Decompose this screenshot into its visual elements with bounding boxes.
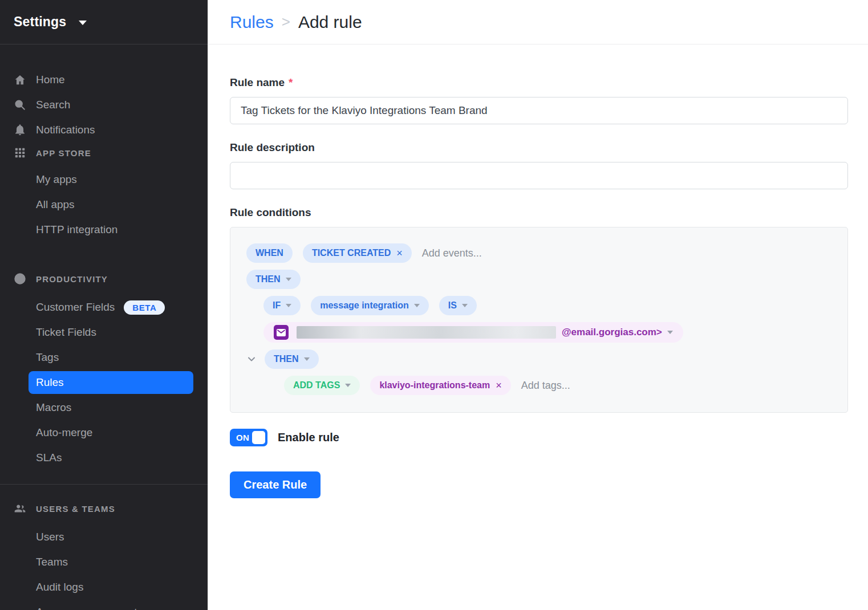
section-label: APP STORE <box>36 148 91 158</box>
add-tags-chip-label: ADD TAGS <box>293 380 340 391</box>
bell-icon <box>14 124 26 136</box>
collapse-chevron-icon[interactable] <box>246 354 257 364</box>
sidebar-item-label: Auto-merge <box>36 426 92 439</box>
if-dropdown[interactable]: IF <box>263 296 301 315</box>
sidebar-item-label: Customer Fields <box>36 301 115 314</box>
page-title: Add rule <box>298 13 362 32</box>
variable-chip-label: message integration <box>320 300 409 311</box>
then-chip-label: THEN <box>255 274 281 284</box>
section-label: USERS & TEAMS <box>36 504 115 514</box>
enable-rule-label: Enable rule <box>278 431 339 444</box>
sidebar-item-label: Notifications <box>36 124 95 136</box>
if-chip-label: IF <box>273 300 281 311</box>
toggle-state-label: ON <box>236 433 249 442</box>
sidebar-item-label: SLAs <box>36 452 62 464</box>
operator-dropdown[interactable]: IS <box>439 296 477 315</box>
remove-tag-icon[interactable]: × <box>496 380 502 392</box>
sidebar-item-rules[interactable]: Rules <box>29 371 193 394</box>
tag-chip-label: klaviyo-integrations-team <box>379 380 490 391</box>
sidebar-item-ticket-fields[interactable]: Ticket Fields <box>0 320 208 345</box>
sidebar-item-customer-fields[interactable]: Customer Fields BETA <box>0 295 208 320</box>
then-dropdown[interactable]: THEN <box>246 270 301 289</box>
email-value-dropdown[interactable]: @email.gorgias.com> <box>263 322 683 343</box>
main-header: Rules > Add rule <box>208 0 868 44</box>
sidebar-item-slas[interactable]: SLAs <box>0 445 208 470</box>
beta-badge: BETA <box>124 300 165 315</box>
breadcrumb-rules-link[interactable]: Rules <box>230 13 274 32</box>
enable-rule-toggle[interactable]: ON <box>230 429 267 446</box>
variable-dropdown[interactable]: message integration <box>311 296 429 315</box>
then-row: THEN <box>246 270 832 289</box>
add-events-input[interactable]: Add events... <box>422 247 482 259</box>
when-chip[interactable]: WHEN <box>246 243 293 263</box>
search-icon <box>14 99 26 111</box>
tag-chip-klaviyo-integrations-team[interactable]: klaviyo-integrations-team × <box>370 376 510 395</box>
sidebar-item-notifications[interactable]: Notifications <box>0 117 208 143</box>
caret-down-icon <box>286 304 291 307</box>
sidebar-item-all-apps[interactable]: All apps <box>0 192 208 217</box>
add-tags-row: ADD TAGS klaviyo-integrations-team × Add… <box>246 376 832 395</box>
rule-conditions-label-text: Rule conditions <box>230 206 311 219</box>
add-rule-form: Rule name * Rule description Rule condit… <box>208 44 868 498</box>
people-icon <box>14 502 26 515</box>
sidebar-item-teams[interactable]: Teams <box>0 550 208 575</box>
sidebar-item-macros[interactable]: Macros <box>0 395 208 420</box>
sidebar-item-my-apps[interactable]: My apps <box>0 167 208 192</box>
add-tags-input[interactable]: Add tags... <box>521 380 570 392</box>
when-row: WHEN TICKET CREATED × Add events... <box>246 243 832 263</box>
settings-sidebar: Settings Home Search Notifications A <box>0 0 208 610</box>
toggle-knob <box>252 431 265 444</box>
grid-icon <box>14 147 26 159</box>
remove-event-icon[interactable]: × <box>396 247 403 259</box>
sidebar-item-label: Users <box>36 531 64 543</box>
caret-down-icon <box>667 331 673 334</box>
sidebar-item-audit-logs[interactable]: Audit logs <box>0 575 208 600</box>
rule-description-label: Rule description <box>230 141 848 154</box>
sidebar-item-users[interactable]: Users <box>0 524 208 550</box>
rule-conditions-builder: WHEN TICKET CREATED × Add events... THEN <box>230 227 848 413</box>
sidebar-nav: Home Search Notifications APP STORE My a… <box>0 44 208 610</box>
event-chip-label: TICKET CREATED <box>312 248 391 258</box>
add-tags-dropdown[interactable]: ADD TAGS <box>284 376 360 395</box>
caret-down-icon <box>345 384 351 387</box>
then-action-row: THEN <box>246 349 832 369</box>
sidebar-item-label: All apps <box>36 198 75 211</box>
then2-dropdown[interactable]: THEN <box>265 349 319 369</box>
sidebar-item-auto-merge[interactable]: Auto-merge <box>0 420 208 445</box>
sidebar-item-access-management[interactable]: Access management <box>0 600 208 610</box>
sidebar-item-tags[interactable]: Tags <box>0 345 208 370</box>
sidebar-item-label: Audit logs <box>36 581 83 593</box>
then2-chip-label: THEN <box>274 354 299 364</box>
condition-value-row: @email.gorgias.com> <box>246 322 832 343</box>
sidebar-item-label: My apps <box>36 173 77 186</box>
home-icon <box>14 74 26 86</box>
sidebar-item-label: Tags <box>36 351 59 364</box>
enable-rule-row: ON Enable rule <box>230 429 848 446</box>
main-panel: Rules > Add rule Rule name * Rule descri… <box>208 0 868 610</box>
event-chip-ticket-created[interactable]: TICKET CREATED × <box>303 243 412 263</box>
sidebar-item-search[interactable]: Search <box>0 92 208 117</box>
create-rule-button[interactable]: Create Rule <box>230 471 321 498</box>
sidebar-item-http-integration[interactable]: HTTP integration <box>0 217 208 242</box>
rule-name-input[interactable] <box>230 97 848 124</box>
sidebar-item-label: Search <box>36 99 70 111</box>
sidebar-item-home[interactable]: Home <box>0 67 208 92</box>
sidebar-item-label: Ticket Fields <box>36 326 96 339</box>
rule-description-input[interactable] <box>230 162 848 189</box>
sidebar-header[interactable]: Settings <box>0 0 208 44</box>
rule-conditions-label: Rule conditions <box>230 206 848 219</box>
section-label: PRODUCTIVITY <box>36 274 108 284</box>
caret-down-icon <box>304 357 310 361</box>
redacted-email-text <box>297 326 556 339</box>
operator-chip-label: IS <box>448 300 457 311</box>
sidebar-section-productivity[interactable]: PRODUCTIVITY <box>0 269 208 289</box>
sidebar-title: Settings <box>14 14 66 30</box>
sidebar-item-label: Macros <box>36 401 71 414</box>
caret-down-icon <box>79 21 87 25</box>
sidebar-section-app-store[interactable]: APP STORE <box>0 143 208 163</box>
rule-name-label-text: Rule name <box>230 76 285 89</box>
gauge-icon <box>14 273 26 285</box>
sidebar-item-label: Rules <box>36 376 64 389</box>
sidebar-section-users-teams[interactable]: USERS & TEAMS <box>0 498 208 519</box>
sidebar-item-label: Access management <box>36 606 137 610</box>
